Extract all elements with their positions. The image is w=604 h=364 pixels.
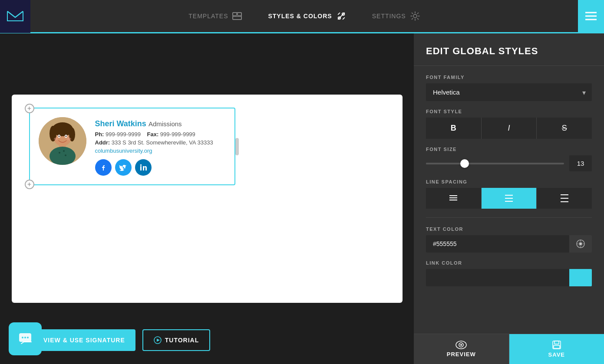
svg-point-17: [50, 147, 76, 165]
svg-rect-3: [238, 13, 241, 16]
logo-icon: [7, 10, 24, 23]
nav-styles-colors[interactable]: STYLES & COLORS: [268, 11, 346, 21]
tutorial-label: TUTORIAL: [165, 337, 199, 344]
addr-label: Addr:: [95, 139, 110, 146]
text-color-input[interactable]: [426, 235, 569, 253]
svg-rect-53: [554, 341, 559, 344]
color-picker-icon: [576, 239, 585, 249]
signature-block: +: [29, 108, 235, 185]
phone-value: 999-999-9999: [106, 131, 141, 138]
phone-label: Ph:: [95, 131, 104, 138]
font-family-label: FONT FAMILY: [426, 75, 592, 80]
font-family-select[interactable]: Helvetica Arial Georgia Times New Roman …: [426, 83, 592, 101]
fax-value: 999-999-9999: [160, 131, 195, 138]
play-icon: [154, 336, 162, 344]
divider: [426, 217, 592, 218]
sig-name-title: Admissions: [149, 120, 182, 128]
strikethrough-button[interactable]: S: [537, 118, 592, 139]
line-spacing-wide-button[interactable]: [537, 188, 592, 209]
facebook-icon[interactable]: [95, 159, 112, 176]
svg-rect-1: [233, 13, 241, 20]
svg-point-23: [58, 136, 59, 137]
panel-body: FONT FAMILY Helvetica Arial Georgia Time…: [414, 66, 604, 334]
svg-rect-2: [233, 13, 237, 16]
svg-point-36: [24, 337, 26, 338]
font-size-slider[interactable]: [426, 159, 564, 168]
main-content: +: [0, 33, 604, 364]
drag-handle[interactable]: [235, 138, 239, 155]
chat-icon: [18, 331, 33, 346]
svg-point-26: [67, 138, 71, 140]
preview-button[interactable]: PREVIEW: [414, 334, 509, 364]
link-color-swatch[interactable]: [569, 269, 592, 286]
hamburger-button[interactable]: [578, 0, 604, 33]
save-button[interactable]: SAVE: [509, 334, 604, 364]
svg-point-20: [65, 154, 66, 156]
twitter-svg: 𝕏: [119, 164, 127, 171]
link-color-section: LINK COLOR: [426, 260, 592, 286]
font-size-row: [426, 155, 592, 171]
slider-thumb[interactable]: [460, 159, 469, 168]
svg-point-25: [54, 138, 58, 140]
line-spacing-label: LINE SPACING: [426, 179, 592, 184]
line-spacing-compact-button[interactable]: [426, 188, 482, 209]
svg-point-29: [140, 164, 142, 166]
spacing-wide-icon: [560, 194, 569, 203]
bottom-buttons: VIEW & USE SIGNATURE TUTORIAL: [22, 329, 210, 351]
line-spacing-normal-button[interactable]: [482, 188, 537, 209]
svg-rect-54: [554, 345, 560, 348]
preview-icon: [455, 341, 467, 349]
chat-button[interactable]: [9, 322, 42, 355]
top-nav: TEMPLATES STYLES & COLORS SETTINGS: [0, 0, 604, 33]
font-style-group: B I S: [426, 118, 592, 139]
nav-settings[interactable]: SETTINGS: [372, 11, 420, 21]
sig-name: Sheri Watkins Admissions: [95, 119, 226, 128]
spacing-compact-icon: [449, 195, 458, 202]
sig-phone-fax: Ph: 999-999-9999 Fax: 999-999-9999: [95, 131, 226, 138]
text-color-picker-button[interactable]: [569, 235, 592, 253]
svg-marker-33: [157, 339, 160, 342]
svg-text:𝕏: 𝕏: [121, 166, 124, 170]
sig-link[interactable]: columbusuniversity.org: [95, 148, 226, 154]
nav-templates[interactable]: TEMPLATES: [188, 11, 242, 21]
nav-templates-label: TEMPLATES: [188, 13, 228, 20]
link-color-label: LINK COLOR: [426, 260, 592, 266]
linkedin-svg: [139, 164, 147, 171]
svg-point-51: [460, 344, 462, 346]
signature-card: +: [12, 95, 403, 303]
add-block-bottom-button[interactable]: +: [25, 180, 34, 189]
linkedin-icon[interactable]: [135, 159, 152, 176]
avatar: [39, 117, 86, 165]
svg-rect-28: [140, 166, 142, 171]
hamburger-icon: [585, 12, 597, 20]
preview-area: +: [0, 33, 414, 364]
sig-socials: 𝕏: [95, 159, 226, 176]
templates-icon: [232, 11, 242, 21]
link-color-input[interactable]: [426, 269, 569, 286]
avatar-image: [39, 117, 86, 165]
spacing-normal-icon: [504, 194, 514, 202]
line-spacing-group: [426, 188, 592, 209]
svg-point-18: [59, 152, 60, 154]
save-label: SAVE: [548, 351, 565, 358]
sig-content: Sheri Watkins Admissions Ph: 999-999-999…: [39, 117, 226, 176]
svg-rect-4: [233, 16, 241, 20]
nav-logo[interactable]: [0, 0, 30, 33]
twitter-icon[interactable]: 𝕏: [115, 159, 132, 176]
sig-info: Sheri Watkins Admissions Ph: 999-999-999…: [95, 117, 226, 176]
italic-button[interactable]: I: [482, 118, 537, 139]
nav-items: TEMPLATES STYLES & COLORS SETTINGS: [30, 11, 578, 21]
svg-point-35: [22, 337, 23, 338]
bold-button[interactable]: B: [426, 118, 482, 139]
nav-styles-colors-label: STYLES & COLORS: [268, 13, 332, 20]
slider-fill: [426, 163, 465, 164]
save-icon: [552, 340, 561, 350]
text-color-row: [426, 235, 592, 253]
tutorial-button[interactable]: TUTORIAL: [142, 329, 211, 351]
font-family-wrapper: Helvetica Arial Georgia Times New Roman …: [426, 83, 592, 101]
font-size-label: FONT SIZE: [426, 147, 592, 152]
font-style-label: FONT STYLE: [426, 109, 592, 114]
text-color-label: TEXT COLOR: [426, 226, 592, 232]
font-size-input[interactable]: [569, 155, 592, 171]
add-block-top-button[interactable]: +: [25, 104, 34, 113]
